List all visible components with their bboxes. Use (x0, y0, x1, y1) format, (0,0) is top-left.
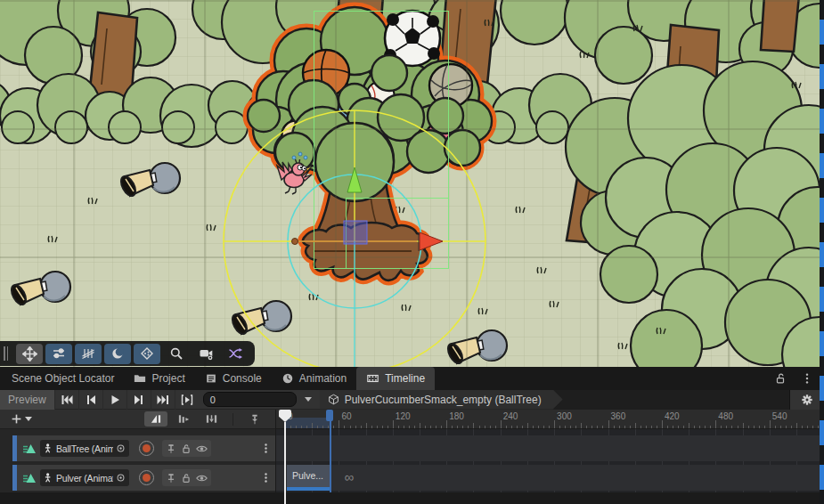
tab-console[interactable]: Console (195, 367, 272, 390)
replace-mode-button[interactable] (200, 411, 223, 427)
timeline-panel: Scene Object Locator Project Console Ani… (0, 367, 824, 504)
tab-label: Animation (299, 372, 347, 385)
dock-edge-strip[interactable] (820, 0, 824, 504)
kebab-menu-icon[interactable] (801, 372, 813, 385)
current-frame-input[interactable]: 0 (203, 392, 297, 407)
track-row-balltree[interactable] (276, 435, 824, 461)
ruler-frame-label: 180 (449, 411, 464, 421)
object-picker-icon[interactable] (116, 443, 126, 453)
track-color-stripe (12, 465, 17, 491)
timeline-body: 060120180240300360420480540 BallTree (An… (0, 410, 824, 492)
pin-icon[interactable] (165, 472, 177, 484)
track-options-group (162, 469, 211, 486)
track-kebab-menu[interactable] (260, 442, 272, 455)
animator-binding-field[interactable]: Pulver (Animator) (40, 469, 129, 486)
breadcrumb-item[interactable]: PulverCucumberSmack_empty (BallTree) (320, 390, 563, 410)
folder-icon (134, 372, 146, 385)
ruler-frame-label: 60 (341, 411, 351, 421)
frame-options-dropdown[interactable] (297, 390, 320, 410)
hatch-tool-button[interactable] (75, 344, 102, 364)
panel-tab-bar: Scene Object Locator Project Console Ani… (0, 367, 824, 390)
hatch-icon (81, 346, 95, 361)
tab-label: Project (151, 372, 184, 385)
unlock-icon[interactable] (774, 372, 787, 385)
scene-canvas[interactable] (0, 0, 824, 367)
ruler-frame-label: 120 (396, 411, 411, 421)
scene-viewport[interactable] (0, 0, 824, 367)
timeline-end-cap[interactable] (326, 410, 333, 421)
track-header-pulver[interactable]: Pulver (Animator) (12, 465, 275, 491)
ripple-mode-button[interactable] (172, 411, 195, 427)
track-row-pulver[interactable]: Pulve... ∞ (276, 465, 824, 491)
moon-icon (110, 346, 125, 361)
clip-label: Pulve... (287, 465, 330, 481)
track-header-balltree[interactable]: BallTree (Animator) (12, 435, 275, 461)
play-button[interactable] (102, 390, 126, 410)
lock-icon[interactable] (180, 472, 192, 484)
object-picker-icon[interactable] (116, 473, 126, 483)
previous-frame-icon (84, 393, 98, 407)
ruler-frame-label: 420 (665, 411, 680, 421)
go-to-end-icon (156, 393, 170, 407)
tab-animation[interactable]: Animation (272, 367, 356, 390)
timeline-ruler[interactable]: 060120180240300360420480540 (276, 410, 824, 429)
track-header-list: BallTree (Animator) (0, 429, 276, 492)
lock-icon[interactable] (180, 443, 192, 455)
sliders-tool-button[interactable] (45, 344, 72, 364)
track-kebab-menu[interactable] (260, 471, 272, 484)
move-tool-button[interactable] (16, 344, 43, 364)
go-to-end-button[interactable] (151, 390, 175, 410)
go-to-start-button[interactable] (54, 390, 78, 410)
previous-frame-button[interactable] (78, 390, 102, 410)
track-content-area[interactable]: Pulve... ∞ (276, 429, 824, 492)
camera-icon (199, 346, 214, 361)
play-range-icon (180, 393, 194, 407)
infinite-clip-icon: ∞ (344, 469, 354, 484)
sliders-icon (52, 346, 66, 361)
xy-plane-handle[interactable] (344, 221, 367, 244)
playhead-line[interactable] (284, 422, 286, 504)
tab-timeline[interactable]: Timeline (356, 367, 435, 390)
timeline-end-marker-line[interactable] (330, 421, 331, 492)
ruler-frame-label: 480 (718, 411, 733, 421)
eye-icon[interactable] (195, 472, 208, 484)
editor-window: Scene Object Locator Project Console Ani… (0, 0, 824, 504)
shuffle-icon (228, 346, 243, 361)
mix-mode-button[interactable] (144, 411, 167, 427)
next-frame-icon (132, 393, 146, 407)
ruler-frame-label: 360 (611, 411, 626, 421)
animator-binding-field[interactable]: BallTree (Animator) (40, 440, 129, 457)
add-track-button[interactable] (11, 413, 32, 425)
tab-label: Timeline (385, 372, 425, 385)
record-button[interactable] (139, 470, 154, 485)
play-range-button[interactable] (175, 390, 199, 410)
next-frame-button[interactable] (126, 390, 151, 410)
marker-pin-button[interactable] (243, 411, 266, 427)
go-to-start-icon (60, 393, 74, 407)
chevron-down-icon (305, 397, 312, 402)
tab-project[interactable]: Project (124, 367, 194, 390)
pin-icon[interactable] (165, 443, 177, 455)
camera-tool-button[interactable] (192, 344, 219, 364)
shadow-tool-button[interactable] (104, 344, 131, 364)
tab-label: Console (223, 372, 262, 385)
mix-mode-icon (150, 412, 163, 426)
console-icon (205, 372, 217, 385)
gizmo-anchor-dot[interactable] (292, 239, 298, 245)
animation-track-icon (22, 471, 37, 485)
ripple-mode-icon (177, 412, 191, 426)
layers-tool-button[interactable] (134, 344, 160, 364)
preview-toggle-button[interactable]: Preview (0, 390, 54, 410)
shuffle-tool-button[interactable] (222, 344, 249, 364)
divider (233, 413, 233, 426)
animation-clip[interactable]: Pulve... (287, 465, 330, 491)
panel-bottom-strip (0, 492, 824, 504)
animator-icon (44, 443, 53, 454)
toolbar-drag-handle-icon[interactable] (4, 346, 12, 361)
tab-scene-object-locator[interactable]: Scene Object Locator (2, 367, 124, 390)
track-color-stripe (12, 435, 17, 461)
eye-icon[interactable] (195, 443, 208, 455)
record-button[interactable] (139, 441, 154, 456)
search-tool-button[interactable] (163, 344, 190, 364)
track-options-group (162, 440, 211, 457)
